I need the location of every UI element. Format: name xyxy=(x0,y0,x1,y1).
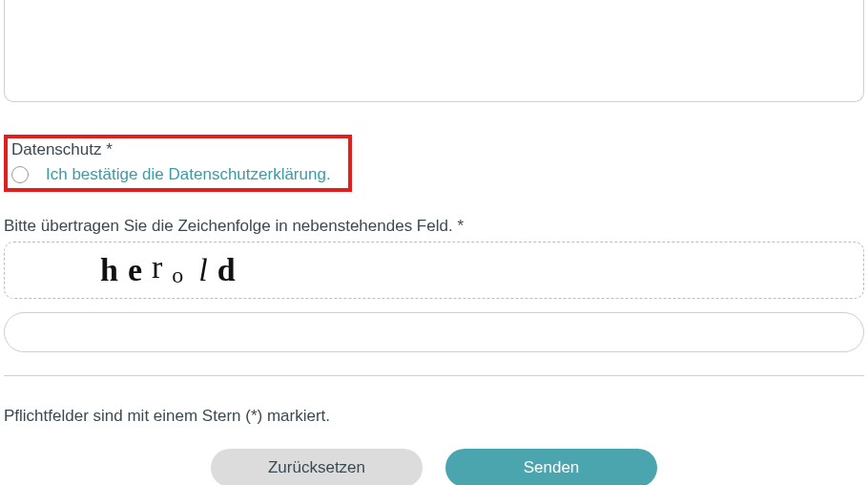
captcha-char: l xyxy=(198,252,217,287)
submit-button[interactable]: Senden xyxy=(445,449,657,485)
privacy-group: Datenschutz * Ich bestätige die Datensch… xyxy=(4,135,352,192)
divider xyxy=(4,375,864,376)
captcha-text: herold xyxy=(100,252,245,288)
reset-button[interactable]: Zurücksetzen xyxy=(211,449,423,485)
captcha-label: Bitte übertragen Sie die Zeichenfolge in… xyxy=(4,217,864,236)
button-row: Zurücksetzen Senden xyxy=(4,449,864,485)
message-textarea[interactable] xyxy=(4,0,864,102)
privacy-checkbox[interactable] xyxy=(11,166,29,183)
required-fields-note: Pflichtfelder sind mit einem Stern (*) m… xyxy=(4,407,864,426)
captcha-input[interactable] xyxy=(4,312,864,352)
privacy-label: Datenschutz * xyxy=(11,140,344,159)
captcha-char: d xyxy=(217,252,245,287)
captcha-char: o xyxy=(172,263,193,287)
captcha-char: h xyxy=(100,252,128,287)
privacy-link[interactable]: Ich bestätige die Datenschutzerklärung. xyxy=(46,165,331,184)
captcha-char: r xyxy=(152,249,172,285)
captcha-char: e xyxy=(128,252,152,287)
privacy-checkbox-row: Ich bestätige die Datenschutzerklärung. xyxy=(11,165,344,184)
captcha-image: herold xyxy=(4,242,864,299)
